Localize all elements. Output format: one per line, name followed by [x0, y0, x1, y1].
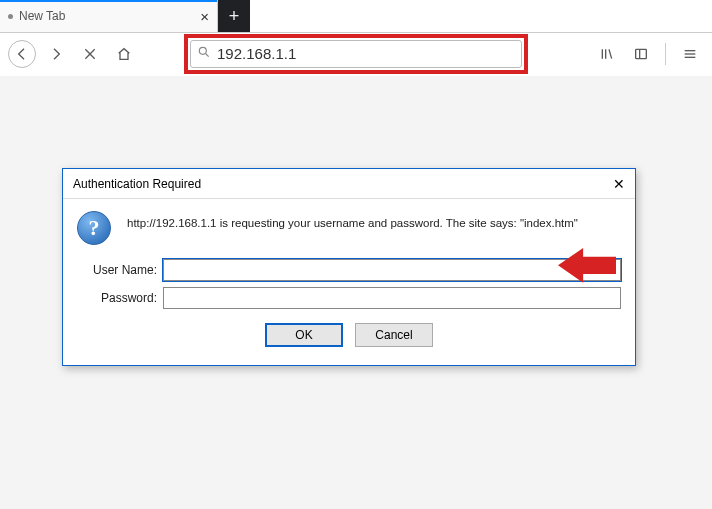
password-label: Password: — [77, 291, 163, 305]
cancel-button[interactable]: Cancel — [355, 323, 433, 347]
url-text: 192.168.1.1 — [217, 45, 296, 62]
back-button[interactable] — [8, 40, 36, 68]
forward-button[interactable] — [42, 40, 70, 68]
home-button[interactable] — [110, 40, 138, 68]
dialog-title: Authentication Required — [73, 177, 201, 191]
browser-tab[interactable]: New Tab × — [0, 0, 218, 32]
auth-dialog: Authentication Required ✕ ? http://192.1… — [62, 168, 636, 366]
svg-rect-7 — [636, 49, 647, 58]
svg-point-2 — [199, 47, 206, 54]
dialog-close-icon[interactable]: ✕ — [613, 176, 625, 192]
library-icon[interactable] — [593, 40, 621, 68]
username-label: User Name: — [77, 263, 163, 277]
ok-button[interactable]: OK — [265, 323, 343, 347]
dialog-message: http://192.168.1.1 is requesting your us… — [127, 211, 621, 229]
password-input[interactable] — [163, 287, 621, 309]
svg-line-3 — [206, 53, 209, 56]
search-icon — [197, 45, 211, 63]
close-tab-icon[interactable]: × — [200, 8, 209, 25]
svg-marker-12 — [558, 248, 616, 283]
sidebar-icon[interactable] — [627, 40, 655, 68]
annotation-arrow-icon — [558, 246, 616, 286]
tab-strip: New Tab × + — [0, 0, 712, 33]
question-icon: ? — [77, 211, 111, 245]
url-bar[interactable]: 192.168.1.1 — [190, 40, 522, 68]
svg-line-6 — [609, 49, 612, 58]
stop-button[interactable] — [76, 40, 104, 68]
toolbar: 192.168.1.1 — [0, 33, 712, 74]
tab-title: New Tab — [19, 9, 65, 23]
dialog-titlebar: Authentication Required ✕ — [63, 169, 635, 199]
menu-icon[interactable] — [676, 40, 704, 68]
tab-loading-dot — [8, 14, 13, 19]
new-tab-button[interactable]: + — [218, 0, 250, 32]
url-bar-highlight: 192.168.1.1 — [184, 34, 528, 74]
username-input[interactable] — [163, 259, 621, 281]
